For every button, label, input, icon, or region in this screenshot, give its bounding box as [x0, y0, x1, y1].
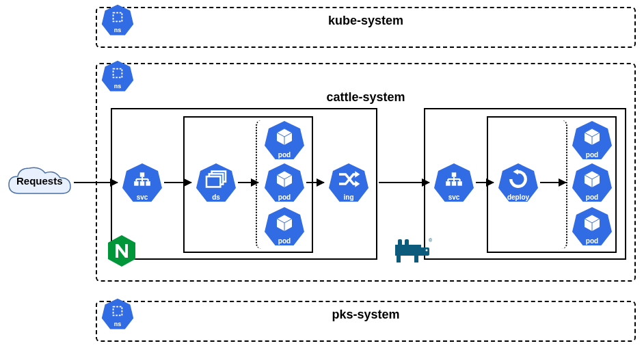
pod-node-6: pod — [572, 206, 613, 247]
arrow-svc-ds — [164, 182, 191, 183]
pod-icon — [572, 127, 613, 146]
ds-label: ds — [196, 193, 237, 201]
deploy-icon — [498, 170, 539, 189]
namespace-label: kube-system — [328, 14, 403, 28]
svc-label: svc — [122, 193, 163, 201]
svg-rect-17 — [405, 239, 409, 246]
ingress-node: ing — [328, 163, 369, 204]
pod-label: pod — [572, 151, 613, 159]
pod-label: pod — [264, 237, 305, 245]
ing-label: ing — [328, 193, 369, 201]
nginx-logo-icon — [107, 234, 137, 271]
ns-badge-cattle: ns — [101, 60, 134, 93]
namespace-label: cattle-system — [326, 90, 405, 105]
svg-rect-16 — [398, 239, 402, 246]
pod-label: pod — [264, 193, 305, 201]
namespace-icon — [101, 66, 134, 81]
pod-label: pod — [264, 151, 305, 159]
arrow-pods-ing — [306, 182, 324, 183]
pod-icon — [264, 127, 305, 146]
pod-node-1: pod — [264, 120, 305, 161]
arrow-requests-svc — [74, 182, 118, 183]
namespace-icon — [101, 304, 134, 319]
ns-badge-pks: ns — [101, 298, 134, 331]
svc-node-2: svc — [433, 163, 474, 204]
ns-badge-label: ns — [101, 321, 134, 327]
arrow-ing-svc — [379, 182, 429, 183]
svc-label: svc — [433, 193, 474, 201]
arrow-deploy-pods — [540, 182, 566, 183]
service-icon — [122, 170, 163, 189]
deploy-node: deploy — [498, 163, 539, 204]
namespace-kube-system: kube-system — [96, 7, 636, 48]
pod-icon — [572, 213, 613, 232]
ns-badge-label: ns — [101, 83, 134, 90]
pod-icon — [572, 170, 613, 189]
ingress-icon — [328, 170, 369, 189]
svc-node-1: svc — [122, 163, 163, 204]
arrow-ds-pods — [238, 182, 258, 183]
daemonset-icon — [196, 170, 237, 189]
svg-rect-20 — [420, 247, 429, 256]
pod-icon — [264, 213, 305, 232]
rancher-logo-icon: ® — [391, 235, 432, 268]
ns-badge-kube: ns — [101, 4, 134, 37]
namespace-pks-system: pks-system — [96, 301, 636, 342]
svg-rect-15 — [395, 245, 421, 256]
daemonset-node: ds — [196, 163, 237, 204]
namespace-label: pks-system — [332, 308, 399, 322]
ns-badge-label: ns — [101, 27, 134, 33]
pod-icon — [264, 170, 305, 189]
svg-rect-19 — [414, 254, 418, 262]
pod-node-4: pod — [572, 120, 613, 161]
pod-node-2: pod — [264, 163, 305, 204]
pod-node-3: pod — [264, 206, 305, 247]
svg-text:®: ® — [429, 238, 432, 243]
requests-label: Requests — [16, 175, 63, 187]
svg-rect-18 — [397, 254, 401, 262]
pod-node-5: pod — [572, 163, 613, 204]
arrow-svc-deploy — [476, 182, 494, 183]
namespace-icon — [101, 10, 134, 25]
pod-label: pod — [572, 193, 613, 201]
deploy-label: deploy — [498, 193, 539, 201]
svg-point-21 — [426, 250, 428, 252]
pod-label: pod — [572, 237, 613, 245]
service-icon — [433, 170, 474, 189]
